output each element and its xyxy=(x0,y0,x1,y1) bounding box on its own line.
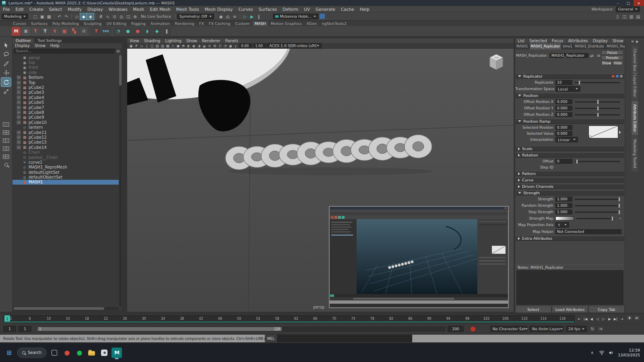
slider-handle[interactable] xyxy=(576,159,578,164)
fps-dropdown[interactable]: 24 fps xyxy=(566,326,587,332)
ae-tab-mash1[interactable]: MASH1 xyxy=(515,43,530,49)
grid-display-icon[interactable]: # xyxy=(134,43,139,48)
step-strength-field[interactable]: 1.000 xyxy=(555,210,572,214)
menu-mesh-tools[interactable]: Mesh Tools xyxy=(173,7,202,12)
menu-edit[interactable]: Edit xyxy=(13,7,27,12)
outliner-tab-outliner[interactable]: Outliner xyxy=(12,38,34,43)
outliner-item-persp[interactable]: ▣persp xyxy=(12,55,119,60)
focus-button[interactable]: Focus xyxy=(601,50,623,55)
camera-select-dropdown[interactable]: Mckenna Hobk... xyxy=(273,14,319,19)
use-default-material-icon[interactable]: ◐ xyxy=(186,43,191,48)
rigid-body-icon[interactable]: ● xyxy=(133,27,142,36)
selected-position-field[interactable]: 0.000 xyxy=(555,125,572,130)
expand-icon[interactable]: + xyxy=(17,86,21,89)
outliner-item-pcube2[interactable]: +▦pCube2 xyxy=(12,85,119,90)
shelf-tab-poly-modeling[interactable]: Poly Modeling xyxy=(50,21,81,26)
playback-start-field[interactable]: 1 xyxy=(19,326,31,332)
select-hierarchy-icon[interactable]: ◇ xyxy=(73,13,80,20)
task-view-icon[interactable] xyxy=(49,348,60,358)
resolution-gate-icon[interactable]: ▯ xyxy=(144,43,149,48)
menu-create[interactable]: Create xyxy=(27,7,46,12)
select-button[interactable]: Select xyxy=(515,306,551,313)
outliner-item-front[interactable]: ▣front xyxy=(12,65,119,70)
shelf-tab-uv-editing[interactable]: UV Editing xyxy=(104,21,129,26)
delete-node-icon[interactable] xyxy=(620,75,623,78)
slider-handle[interactable] xyxy=(618,210,620,214)
svg-tool-icon[interactable]: SVG xyxy=(101,27,110,36)
new-scene-icon[interactable]: □ xyxy=(32,13,39,20)
mel-label[interactable]: MEL xyxy=(265,335,277,342)
menu-display[interactable]: Display xyxy=(85,7,106,12)
sidebar-outliner-icon[interactable]: ▤ xyxy=(635,13,642,20)
expand-icon[interactable]: + xyxy=(17,106,21,109)
hide-button[interactable]: Hide xyxy=(613,61,623,65)
select-component-icon[interactable]: ◈ xyxy=(87,13,94,20)
slider-handle[interactable] xyxy=(597,100,599,104)
outliner-item-pcube10[interactable]: +▦pCube10 xyxy=(12,120,119,125)
outliner-item-pcube11[interactable]: +▦pCube11 xyxy=(12,130,119,135)
viewport-menu-shading[interactable]: Shading xyxy=(142,39,163,43)
section-strength[interactable]: Strength xyxy=(516,190,624,195)
rotate-tool-button[interactable] xyxy=(1,78,11,86)
move-tool-button[interactable] xyxy=(1,68,11,77)
pause-sim-icon[interactable]: ‖ xyxy=(162,27,171,36)
slider-handle[interactable] xyxy=(597,106,599,111)
outliner-item-top[interactable]: ▣top xyxy=(12,60,119,65)
viewport-menu-renderer[interactable]: Renderer xyxy=(200,39,223,43)
scrollbar-thumb[interactable] xyxy=(119,55,122,86)
viewport-menu-view[interactable]: View xyxy=(127,39,142,43)
loop-mode-button[interactable]: ↻ xyxy=(589,326,596,332)
layout-four-pane-button[interactable] xyxy=(2,129,10,136)
expand-icon[interactable]: + xyxy=(17,90,21,94)
viewport-menu-lighting[interactable]: Lighting xyxy=(163,39,184,43)
multisample-icon[interactable]: ⊞ xyxy=(212,43,217,48)
section-curve[interactable]: Curve xyxy=(516,177,624,183)
ae-menu-display[interactable]: Display xyxy=(590,39,610,43)
menu-mesh-display[interactable]: Mesh Display xyxy=(202,7,235,12)
node-enable-icon[interactable] xyxy=(616,75,619,78)
shelf-tab-mash[interactable]: MASH xyxy=(252,21,268,26)
notes-textarea[interactable] xyxy=(516,270,623,305)
ae-tab-mash1-repro[interactable]: MASH1_Repro xyxy=(606,43,625,49)
camera-lock-icon[interactable]: ▣ xyxy=(128,43,134,48)
expand-icon[interactable]: + xyxy=(17,101,21,104)
outliner-hscrollbar[interactable] xyxy=(13,307,118,310)
transformation-space-dropdown[interactable]: Local xyxy=(555,86,580,92)
dynamics-pie-icon[interactable]: ◔ xyxy=(114,27,123,36)
shelf-tab-fx-caching[interactable]: FX Caching xyxy=(206,21,233,26)
shelf-tab-fx[interactable]: FX xyxy=(197,21,206,26)
paint-select-tool-button[interactable] xyxy=(1,59,11,68)
strength-map-slider[interactable] xyxy=(576,218,615,219)
view-transform-dropdown[interactable]: ACES 1.0 SDR-video (sRGB) xyxy=(267,43,322,49)
viewport-menu-show[interactable]: Show xyxy=(184,39,200,43)
random-strength-field[interactable]: 1.000 xyxy=(555,203,572,208)
outliner-menu-show[interactable]: Show xyxy=(32,43,48,48)
open-scene-icon[interactable]: ▣ xyxy=(39,13,45,20)
filter-menu-icon[interactable]: ≡ xyxy=(116,49,121,53)
select-tool-button[interactable] xyxy=(1,41,11,49)
sidebar-tab-attribute-editor[interactable]: Attribute Editor xyxy=(632,101,638,135)
render-frame-icon[interactable]: ◉ xyxy=(218,13,225,20)
film-gate-icon[interactable]: ▭ xyxy=(139,43,144,48)
type-poly-icon[interactable]: T xyxy=(41,27,50,36)
shelf-tab-motion-graphics[interactable]: Motion Graphics xyxy=(268,21,304,26)
outliner-item-side[interactable]: ▣side xyxy=(12,70,119,75)
save-scene-icon[interactable]: ▦ xyxy=(45,13,52,20)
ramp-widget[interactable] xyxy=(588,125,618,138)
range-slider-bar[interactable]: 1 120 xyxy=(37,327,282,331)
menu-help[interactable]: Help xyxy=(357,7,372,12)
slider-handle[interactable] xyxy=(611,216,613,221)
scale-tool-button[interactable] xyxy=(1,87,11,96)
command-line-input[interactable] xyxy=(277,335,412,342)
slider-handle[interactable] xyxy=(618,197,620,202)
select-object-icon[interactable]: ◆ xyxy=(80,13,87,20)
load-attributes-button[interactable]: Load Attributes xyxy=(552,306,588,313)
sequence-render-icon[interactable]: ▶ xyxy=(249,13,256,20)
volume-icon[interactable] xyxy=(608,350,615,355)
menu-select[interactable]: Select xyxy=(46,7,65,12)
render-settings-icon[interactable]: ≡ xyxy=(231,13,238,20)
shelf-tab-animation[interactable]: Animation xyxy=(148,21,172,26)
timeline-track[interactable]: 2610141822263034384246505458626670747882… xyxy=(3,315,575,323)
diamond-tool-icon[interactable]: ◆ xyxy=(153,27,161,36)
replicants-slider[interactable] xyxy=(575,82,620,83)
